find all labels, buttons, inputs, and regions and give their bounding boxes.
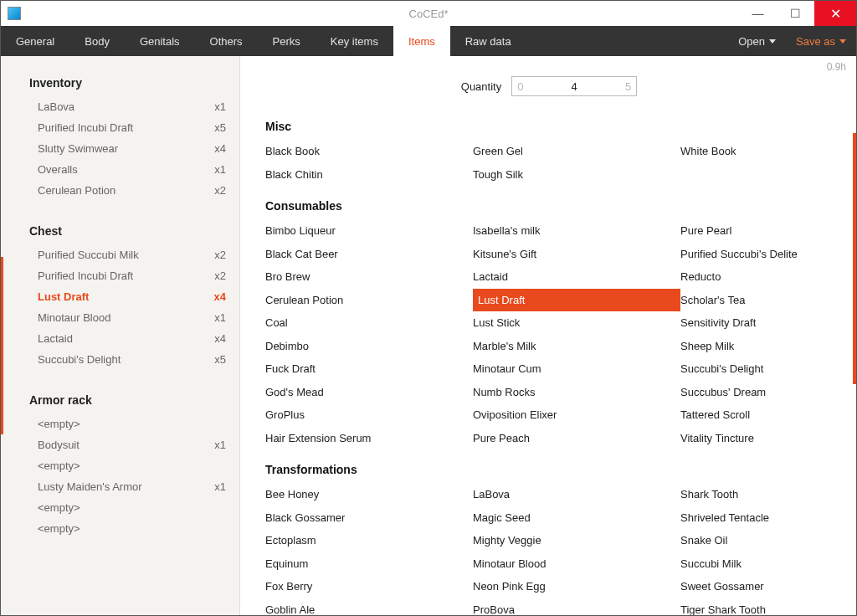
quantity-row: Quantity 0 4 5 — [265, 76, 833, 96]
item-cell[interactable]: Pure Pearl — [680, 219, 833, 243]
close-button[interactable]: ✕ — [814, 1, 856, 26]
item-cell[interactable]: Bro Brew — [265, 265, 473, 289]
item-cell[interactable]: Oviposition Elixer — [473, 403, 680, 427]
item-cell[interactable]: Minotaur Blood — [473, 552, 680, 576]
item-cell[interactable]: Lust Draft — [473, 289, 680, 312]
tab-general[interactable]: General — [1, 26, 69, 56]
item-cell[interactable]: Mighty Veggie — [473, 529, 680, 552]
quantity-min: 0 — [517, 80, 523, 93]
item-cell[interactable]: Purified Succubi's Delite — [680, 243, 833, 266]
quantity-max: 5 — [625, 80, 631, 93]
item-cell[interactable]: ProBova — [473, 598, 680, 616]
sidebar-accent-mark — [1, 257, 3, 434]
item-cell[interactable]: Cerulean Potion — [265, 289, 473, 312]
item-cell[interactable]: Shark Tooth — [680, 483, 833, 506]
sidebar-item[interactable]: <empty> — [1, 413, 239, 434]
item-cell[interactable]: Shriveled Tentacle — [680, 506, 833, 530]
item-cell[interactable]: Succubi Milk — [680, 552, 833, 576]
sidebar-item[interactable]: Purified Succubi Milkx2 — [1, 244, 239, 265]
item-cell[interactable]: LaBova — [473, 483, 680, 506]
titlebar: CoCEd* — ☐ ✕ — [1, 1, 856, 26]
item-cell[interactable]: Lactaid — [473, 265, 680, 289]
item-cell[interactable]: Minotaur Cum — [473, 357, 680, 381]
item-cell[interactable]: Equinum — [265, 552, 473, 576]
open-menu[interactable]: Open — [728, 26, 786, 56]
item-cell[interactable]: Marble's Milk — [473, 335, 680, 358]
item-cell[interactable]: Snake Oil — [680, 529, 833, 552]
item-cell[interactable]: Black Chitin — [265, 163, 473, 187]
sidebar-item[interactable]: Purified Incubi Draftx2 — [1, 265, 239, 286]
tab-raw-data[interactable]: Raw data — [450, 26, 526, 56]
item-cell[interactable]: Reducto — [680, 265, 833, 289]
item-cell[interactable]: White Book — [680, 140, 833, 163]
sidebar-item-qty: x1 — [214, 100, 226, 113]
tab-body[interactable]: Body — [69, 26, 125, 56]
item-cell[interactable]: God's Mead — [265, 381, 473, 404]
sidebar-item[interactable]: <empty> — [1, 455, 239, 476]
item-cell[interactable]: Magic Seed — [473, 506, 680, 530]
tab-others[interactable]: Others — [195, 26, 258, 56]
item-cell[interactable]: Green Gel — [473, 140, 680, 163]
item-cell[interactable]: Vitality Tincture — [680, 427, 833, 450]
quantity-input[interactable]: 0 4 5 — [511, 76, 637, 96]
sidebar-item[interactable]: Slutty Swimwearx4 — [1, 138, 239, 159]
item-cell[interactable]: Scholar's Tea — [680, 289, 833, 312]
scroll-indicator[interactable] — [853, 133, 856, 384]
item-cell[interactable]: Bimbo Liqueur — [265, 219, 473, 243]
item-cell[interactable]: Bee Honey — [265, 483, 473, 506]
maximize-button[interactable]: ☐ — [777, 1, 814, 26]
item-cell[interactable]: Numb Rocks — [473, 381, 680, 404]
item-cell[interactable]: Succubus' Dream — [680, 381, 833, 404]
item-cell[interactable]: Kitsune's Gift — [473, 243, 680, 266]
item-cell[interactable]: Fox Berry — [265, 575, 473, 598]
tab-key-items[interactable]: Key items — [316, 26, 393, 56]
item-cell[interactable]: Black Gossamer — [265, 506, 473, 530]
sidebar-item[interactable]: Lactaidx4 — [1, 328, 239, 349]
item-cell[interactable]: Lust Stick — [473, 311, 680, 335]
item-cell[interactable]: Sheep Milk — [680, 335, 833, 358]
sidebar-item-label: Bodysuit — [38, 439, 80, 451]
item-cell[interactable]: Tough Silk — [473, 163, 680, 187]
tab-genitals[interactable]: Genitals — [125, 26, 195, 56]
sidebar-item[interactable]: Lusty Maiden's Armorx1 — [1, 476, 239, 497]
sidebar-item-label: Minotaur Blood — [38, 311, 110, 324]
sidebar-section-armor-rack: Armor rack — [1, 388, 239, 413]
sidebar-item[interactable]: <empty> — [1, 518, 239, 539]
tab-items[interactable]: Items — [393, 26, 450, 56]
item-cell[interactable]: Coal — [265, 311, 473, 335]
chevron-down-icon — [839, 39, 846, 44]
save-as-menu[interactable]: Save as — [786, 26, 856, 56]
sidebar-item-label: Slutty Swimwear — [38, 142, 118, 155]
sidebar-item[interactable]: Overallsx1 — [1, 159, 239, 180]
item-cell[interactable]: Pure Peach — [473, 427, 680, 450]
item-cell[interactable]: Debimbo — [265, 335, 473, 358]
item-cell[interactable]: Hair Extension Serum — [265, 427, 473, 450]
sidebar-item[interactable]: LaBovax1 — [1, 96, 239, 117]
item-cell[interactable]: GroPlus — [265, 403, 473, 427]
tab-perks[interactable]: Perks — [258, 26, 316, 56]
sidebar-item[interactable]: Purified Incubi Draftx5 — [1, 117, 239, 138]
sidebar-item[interactable]: Succubi's Delightx5 — [1, 349, 239, 370]
item-cell[interactable]: Black Cat Beer — [265, 243, 473, 266]
item-cell[interactable]: Tiger Shark Tooth — [680, 598, 833, 616]
item-cell[interactable]: Goblin Ale — [265, 598, 473, 616]
item-cell[interactable]: Black Book — [265, 140, 473, 163]
item-cell[interactable]: Sensitivity Draft — [680, 311, 833, 335]
item-cell[interactable]: Neon Pink Egg — [473, 575, 680, 598]
sidebar-item[interactable]: Minotaur Bloodx1 — [1, 307, 239, 328]
sidebar-item[interactable]: Bodysuitx1 — [1, 434, 239, 455]
item-cell[interactable]: Ectoplasm — [265, 529, 473, 552]
sidebar-item-label: <empty> — [38, 418, 80, 430]
sidebar-item[interactable]: Cerulean Potionx2 — [1, 180, 239, 201]
item-cell[interactable]: Tattered Scroll — [680, 403, 833, 427]
item-cell[interactable]: Succubi's Delight — [680, 357, 833, 381]
item-cell[interactable]: Fuck Draft — [265, 357, 473, 381]
item-cell[interactable]: Sweet Gossamer — [680, 575, 833, 598]
open-label: Open — [738, 35, 765, 48]
item-cell[interactable]: Isabella's milk — [473, 219, 680, 243]
sidebar-item-qty: x5 — [214, 353, 226, 366]
minimize-button[interactable]: — — [739, 1, 777, 26]
sidebar-item-qty: x2 — [214, 270, 226, 282]
sidebar-item[interactable]: Lust Draftx4 — [1, 286, 239, 307]
sidebar-item[interactable]: <empty> — [1, 497, 239, 518]
